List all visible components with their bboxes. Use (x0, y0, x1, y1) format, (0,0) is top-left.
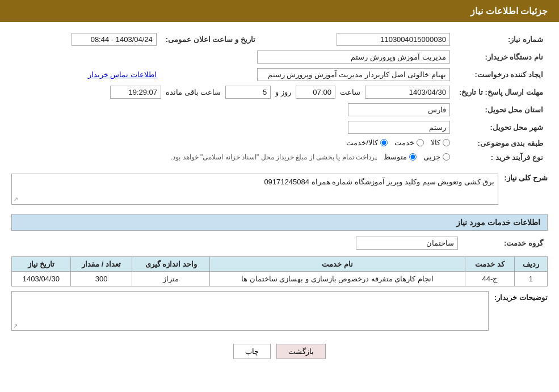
row-province: استان محل تحویل: فارس (11, 101, 548, 119)
col-quantity: تعداد / مقدار (70, 257, 132, 272)
back-button[interactable]: بازگشت (276, 344, 326, 359)
purchase-label-partial: جزیی (423, 153, 440, 161)
buyer-name-value: مدیریت آموزش وپرورش رستم (257, 50, 450, 64)
response-days-label: روز و (275, 88, 291, 96)
response-time-label: ساعت (340, 88, 360, 96)
row-city: شهر محل تحویل: رستم (11, 119, 548, 136)
purchase-label-medium: متوسط (384, 153, 407, 161)
cell-name: انجام کارهای متفرقه درخصوص بازسازی و بهس… (210, 272, 465, 286)
need-number-value: 1103004015000030 (337, 33, 450, 46)
row-service-group: گروه خدمت: ساختمان (11, 234, 548, 252)
purchase-option-medium[interactable]: متوسط (384, 153, 417, 161)
info-table: شماره نیاز: 1103004015000030 تاریخ و ساع… (11, 31, 548, 165)
cell-code: ج-44 (465, 272, 515, 286)
page-title: جزئیات اطلاعات نیاز (470, 6, 548, 16)
table-row: 1 ج-44 انجام کارهای متفرقه درخصوص بازساز… (12, 272, 548, 286)
general-description-box: برق کشی وتعویض سیم وکلید وپریز آموزشگاه … (11, 174, 498, 205)
response-days-value: 5 (225, 86, 271, 99)
col-unit: واحد اندازه گیری (132, 257, 210, 272)
general-description-value: برق کشی وتعویض سیم وکلید وپریز آموزشگاه … (264, 178, 494, 186)
category-radio-service[interactable] (417, 139, 424, 146)
row-need-number: شماره نیاز: 1103004015000030 تاریخ و ساع… (11, 31, 548, 48)
comment-resize-icon: ↗ (13, 323, 18, 329)
category-radio-goods[interactable] (443, 139, 450, 146)
category-label-goods: کالا (431, 138, 440, 147)
response-remaining-label: ساعت باقی مانده (166, 88, 221, 96)
row-purchase-type: نوع فرآیند خرید : جزیی متوسط پرداخت تمام… (11, 150, 548, 165)
category-label-service: خدمت (394, 138, 414, 147)
cell-date: 1403/04/30 (12, 272, 71, 286)
buyer-comments-box: ↗ (11, 291, 489, 331)
services-header-row: ردیف کد خدمت نام خدمت واحد اندازه گیری ت… (12, 257, 548, 272)
purchase-radio-medium[interactable] (409, 153, 417, 161)
category-option-both[interactable]: کالا/خدمت (346, 138, 388, 147)
row-buyer-name: نام دستگاه خریدار: مدیریت آموزش وپرورش ر… (11, 48, 548, 66)
city-value: رستم (348, 121, 450, 134)
response-time-value: 07:00 (296, 86, 335, 99)
general-description-section: شرح کلی نیاز: برق کشی وتعویض سیم وکلید و… (11, 170, 548, 208)
general-description-label: شرح کلی نیاز: (504, 170, 548, 182)
category-radio-group: کالا خدمت کالا/خدمت (346, 138, 450, 147)
col-date: تاریخ نیاز (12, 257, 71, 272)
cell-unit: متراژ (132, 272, 210, 286)
response-deadline-row: 1403/04/30 ساعت 07:00 روز و 5 ساعت باقی … (16, 86, 450, 99)
response-remaining-value: 19:29:07 (110, 86, 161, 99)
row-category: طبقه بندی موضوعی: کالا خدمت (11, 136, 548, 150)
province-label: استان محل تحویل: (455, 101, 548, 119)
bottom-buttons: بازگشت چاپ (11, 335, 548, 368)
category-label-both: کالا/خدمت (346, 138, 378, 147)
purchase-type-group: جزیی متوسط پرداخت تمام یا بخشی از مبلغ خ… (171, 153, 450, 161)
page-wrapper: جزئیات اطلاعات نیاز شماره نیاز: 11030040… (0, 0, 559, 392)
announcement-date-value: 1403/04/24 - 08:44 (72, 33, 157, 46)
province-value: فارس (348, 103, 450, 116)
row-response-deadline: مهلت ارسال پاسخ: تا تاریخ: 1403/04/30 سا… (11, 83, 548, 101)
page-header: جزئیات اطلاعات نیاز (0, 0, 559, 22)
cell-quantity: 300 (70, 272, 132, 286)
category-radio-both[interactable] (380, 139, 388, 146)
services-table: ردیف کد خدمت نام خدمت واحد اندازه گیری ت… (11, 256, 548, 286)
cell-row: 1 (514, 272, 547, 286)
buyer-comments-section: توضیحات خریدار: ↗ (11, 291, 548, 331)
category-option-service[interactable]: خدمت (394, 138, 424, 147)
category-option-goods[interactable]: کالا (431, 138, 450, 147)
col-row-number: ردیف (514, 257, 547, 272)
print-button[interactable]: چاپ (233, 344, 271, 359)
col-service-name: نام خدمت (210, 257, 465, 272)
services-table-header: ردیف کد خدمت نام خدمت واحد اندازه گیری ت… (12, 257, 548, 272)
content-area: شماره نیاز: 1103004015000030 تاریخ و ساع… (0, 22, 559, 376)
creator-value: بهنام خالوئی اصل کاربردار مدیریت آموزش و… (257, 68, 450, 81)
announcement-date-label: تاریخ و ساعت اعلان عمومی: (161, 31, 260, 48)
service-group-table: گروه خدمت: ساختمان (11, 234, 548, 252)
response-date-value: 1403/04/30 (365, 86, 450, 99)
buyer-comments-label: توضیحات خریدار: (494, 291, 548, 302)
category-label: طبقه بندی موضوعی: (455, 136, 548, 150)
creator-label: ایجاد کننده درخواست: (455, 66, 548, 83)
col-service-code: کد خدمت (465, 257, 515, 272)
purchase-note: پرداخت تمام یا بخشی از مبلغ خریداز محل "… (171, 153, 377, 161)
services-section-header: اطلاعات خدمات مورد نیاز (11, 214, 548, 231)
response-deadline-label: مهلت ارسال پاسخ: تا تاریخ: (455, 83, 548, 101)
buyer-name-label: نام دستگاه خریدار: (455, 48, 548, 66)
services-table-body: 1 ج-44 انجام کارهای متفرقه درخصوص بازساز… (12, 272, 548, 286)
purchase-option-partial[interactable]: جزیی (423, 153, 450, 161)
need-number-label: شماره نیاز: (455, 31, 548, 48)
purchase-radio-partial[interactable] (443, 153, 450, 161)
service-group-label: گروه خدمت: (463, 234, 548, 252)
service-group-value: ساختمان (356, 237, 458, 250)
purchase-type-label: نوع فرآیند خرید : (455, 150, 548, 165)
row-creator: ایجاد کننده درخواست: بهنام خالوئی اصل کا… (11, 66, 548, 83)
contact-link[interactable]: اطلاعات تماس خریدار (88, 70, 157, 79)
city-label: شهر محل تحویل: (455, 119, 548, 136)
resize-handle-icon: ↗ (13, 196, 18, 203)
